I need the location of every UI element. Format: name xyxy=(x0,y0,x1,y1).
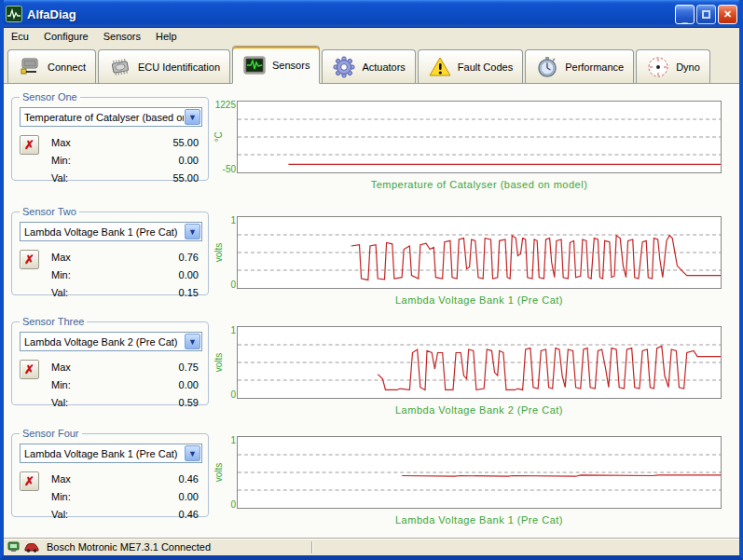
trace-canvas xyxy=(238,437,721,508)
trace-canvas xyxy=(238,217,721,288)
sensor-three-select[interactable]: Lambda Voltage Bank 2 (Pre Cat) ▼ xyxy=(20,332,202,351)
group-title: Sensor One xyxy=(20,91,80,102)
group-title: Sensor Two xyxy=(20,206,79,217)
selected-sensor: Lambda Voltage Bank 1 (Pre Cat) xyxy=(21,226,184,238)
min-label: Min: xyxy=(51,379,179,390)
tab-ecu-identification[interactable]: ECU Identification xyxy=(98,49,230,83)
menu-configure[interactable]: Configure xyxy=(36,29,96,44)
selected-sensor: Lambda Voltage Bank 1 (Pre Cat) xyxy=(21,448,184,459)
sensor-four-group: Sensor Four Lambda Voltage Bank 1 (Pre C… xyxy=(11,433,209,517)
current-value: 0.59 xyxy=(179,397,199,408)
y-axis-unit: volts xyxy=(213,243,224,263)
min-value: 0.00 xyxy=(179,155,199,166)
sensor-two-select[interactable]: Lambda Voltage Bank 1 (Pre Cat) ▼ xyxy=(20,222,202,241)
plot-area: 1 0 volts xyxy=(237,436,722,509)
menu-sensors[interactable]: Sensors xyxy=(96,29,148,44)
interface-icon xyxy=(7,540,21,553)
gear-icon xyxy=(332,56,356,78)
y-axis-unit: volts xyxy=(213,463,224,483)
close-button[interactable]: ✕ xyxy=(718,5,737,24)
tab-actuators[interactable]: Actuators xyxy=(322,49,415,83)
sensor-one-select[interactable]: Temperature of Catalyser (based or ▼ xyxy=(20,107,202,127)
reset-minmax-button[interactable]: ✗ xyxy=(20,360,39,379)
menu-ecu[interactable]: Ecu xyxy=(4,29,36,44)
min-label: Min: xyxy=(51,269,179,280)
sensor-one-group: Sensor One Temperature of Catalyser (bas… xyxy=(11,97,209,181)
sensor-four-select[interactable]: Lambda Voltage Bank 1 (Pre Cat) ▼ xyxy=(20,444,202,463)
connector-icon xyxy=(18,56,42,78)
val-label: Val: xyxy=(51,287,179,298)
chip-icon xyxy=(108,56,132,78)
tab-connect[interactable]: Connect xyxy=(7,49,96,83)
current-value: 55.00 xyxy=(172,172,199,184)
tab-sensors[interactable]: Sensors xyxy=(232,46,320,84)
y-max-tick: 1 xyxy=(213,435,236,445)
chart-caption: Lambda Voltage Bank 1 (Pre Cat) xyxy=(237,294,722,306)
lambda-bank2-chart: 1 0 volts Lambda Voltage Bank 2 (Pre Cat… xyxy=(213,326,722,416)
plot-area: 1 0 volts xyxy=(237,216,722,289)
max-label: Max xyxy=(51,137,172,148)
plot-area: 1 0 volts xyxy=(237,326,722,399)
tab-label: Actuators xyxy=(362,61,405,73)
value-readouts: Max0.75 Min:0.00 Val:0.59 xyxy=(51,358,199,411)
y-min-tick: -50 xyxy=(213,164,236,174)
sensors-page: Sensor One Temperature of Catalyser (bas… xyxy=(4,84,739,539)
chevron-down-icon[interactable]: ▼ xyxy=(185,109,200,125)
chart-caption: Temperature of Catalyser (based on model… xyxy=(237,179,722,190)
selected-sensor: Temperature of Catalyser (based or xyxy=(21,112,184,123)
max-value: 0.76 xyxy=(179,252,199,263)
reset-minmax-button[interactable]: ✗ xyxy=(20,250,39,269)
maximize-button[interactable] xyxy=(696,5,716,24)
tab-label: Sensors xyxy=(272,60,310,71)
max-value: 55.00 xyxy=(172,137,199,148)
y-max-tick: 1 xyxy=(213,215,236,225)
tab-label: Fault Codes xyxy=(458,61,513,73)
y-min-tick: 0 xyxy=(213,280,236,290)
tab-performance[interactable]: Performance xyxy=(525,49,634,83)
app-logo-icon xyxy=(6,6,22,22)
min-value: 0.00 xyxy=(179,269,199,280)
connection-status: Bosch Motronic ME7.3.1 Connected xyxy=(47,541,211,553)
tab-dyno[interactable]: Dyno xyxy=(636,49,710,83)
current-value: 0.46 xyxy=(179,509,199,520)
sensor-three-group: Sensor Three Lambda Voltage Bank 2 (Pre … xyxy=(11,321,209,405)
window-title: AlfaDiag xyxy=(27,7,673,21)
lambda-bank1-chart: 1 0 volts Lambda Voltage Bank 1 (Pre Cat… xyxy=(213,216,722,306)
chevron-down-icon[interactable]: ▼ xyxy=(185,334,200,349)
statusbar-divider xyxy=(311,541,313,553)
current-value: 0.15 xyxy=(179,287,199,298)
min-label: Min: xyxy=(51,155,179,166)
selected-sensor: Lambda Voltage Bank 2 (Pre Cat) xyxy=(21,336,184,348)
reset-minmax-button[interactable]: ✗ xyxy=(20,135,39,155)
chevron-down-icon[interactable]: ▼ xyxy=(185,445,200,461)
max-label: Max xyxy=(51,362,179,373)
title-bar: AlfaDiag _ ✕ xyxy=(0,0,743,28)
group-title: Sensor Three xyxy=(20,316,87,327)
tab-label: ECU Identification xyxy=(138,61,220,73)
max-label: Max xyxy=(51,473,179,485)
app-window: AlfaDiag _ ✕ Ecu Configure Sensors Help … xyxy=(0,0,743,560)
y-axis-unit: volts xyxy=(213,353,224,373)
plot-area: 1225 -50 °C xyxy=(237,101,722,173)
menu-bar: Ecu Configure Sensors Help xyxy=(4,28,739,45)
min-value: 0.00 xyxy=(179,491,199,502)
temperature-chart: 1225 -50 °C Temperature of Catalyser (ba… xyxy=(213,101,722,190)
minimize-button[interactable]: _ xyxy=(675,5,695,24)
reset-minmax-button[interactable]: ✗ xyxy=(20,471,39,491)
tab-label: Performance xyxy=(565,61,624,73)
tab-fault-codes[interactable]: Fault Codes xyxy=(418,49,523,83)
min-value: 0.00 xyxy=(179,379,199,390)
status-bar: Bosch Motronic ME7.3.1 Connected xyxy=(4,538,739,555)
val-label: Val: xyxy=(51,509,179,520)
tab-label: Dyno xyxy=(676,61,700,73)
tab-label: Connect xyxy=(48,61,86,73)
y-min-tick: 0 xyxy=(213,499,236,510)
y-min-tick: 0 xyxy=(213,389,236,400)
car-icon xyxy=(24,540,39,553)
value-readouts: Max55.00 Min:0.00 Val:55.00 xyxy=(51,133,199,186)
oscilloscope-icon xyxy=(242,54,267,76)
menu-help[interactable]: Help xyxy=(148,29,185,44)
warning-icon xyxy=(428,56,452,78)
chevron-down-icon[interactable]: ▼ xyxy=(185,224,200,239)
lambda-bank1b-chart: 1 0 volts Lambda Voltage Bank 1 (Pre Cat… xyxy=(213,436,722,526)
